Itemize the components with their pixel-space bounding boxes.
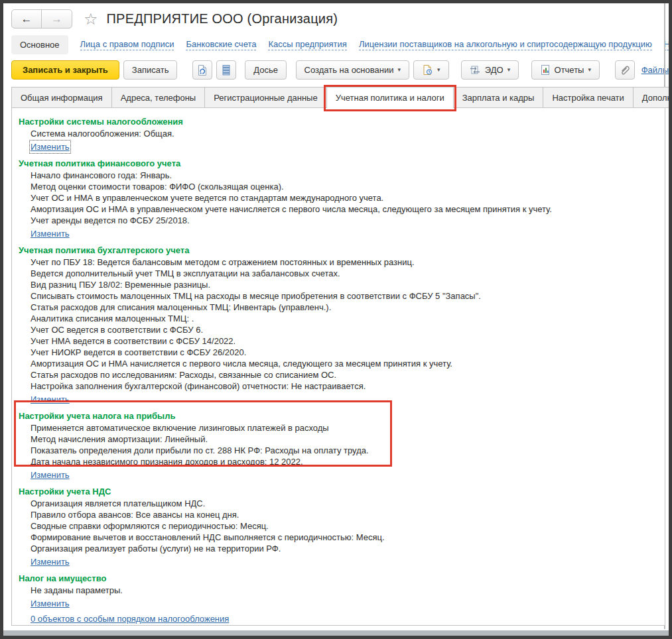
setting-line: Статья расходов для списания малоценных …	[31, 302, 655, 313]
nav-links-row: Основное Лица с правом подписи Банковски…	[11, 34, 669, 55]
section-title: Учетная политика бухгалтерского учета	[19, 245, 655, 257]
section-profit-tax: Настройки учета налога на прибыль Примен…	[19, 410, 655, 483]
setting-line: Настройка заполнения бухгалтерской (фина…	[31, 380, 655, 392]
app-window: ← → ☆ ПРЕДПРИЯТИЕ ООО (Организация) Осно…	[0, 0, 672, 639]
chevron-down-icon: ▾	[588, 67, 591, 73]
favorite-star-icon[interactable]: ☆	[84, 11, 98, 27]
tab-addresses[interactable]: Адреса, телефоны	[112, 87, 206, 108]
setting-line: Дата начала независимого признания доход…	[31, 456, 655, 467]
list-icon	[221, 64, 232, 76]
nav-item-bank-accounts[interactable]: Банковские счета	[186, 39, 256, 50]
setting-line: Аналитика списания малоценных ТМЦ: .	[31, 313, 655, 324]
dossier-button[interactable]: Досье	[245, 60, 287, 80]
setting-line: Учет по ПБУ 18: Ведется балансовым метод…	[31, 257, 655, 268]
setting-line: Списывать стоимость малоценных ТМЦ на ра…	[31, 290, 655, 302]
setting-line: Начало финансового года: Январь.	[31, 170, 655, 181]
attach-file-button[interactable]	[615, 60, 635, 80]
change-link-profit-tax[interactable]: Изменить	[31, 469, 70, 481]
window-bottom-edge	[3, 630, 669, 636]
change-link-bookkeeping-policy[interactable]: Изменить	[31, 394, 70, 405]
setting-line: Ведется дополнительный учет ТМЦ в эксплу…	[31, 268, 655, 279]
section-tax-system: Настройки системы налогообложения Систем…	[19, 116, 655, 155]
setting-line: Статья расходов по исследованиям: Расход…	[31, 369, 655, 380]
special-taxation-objects-link[interactable]: 0 объектов с особым порядком налогооблож…	[31, 613, 229, 624]
forward-icon: →	[51, 13, 62, 26]
reread-icon	[196, 64, 208, 76]
tab-print-settings[interactable]: Настройка печати	[543, 87, 633, 108]
nav-item-signers[interactable]: Лица с правом подписи	[80, 39, 174, 50]
accounting-policy-panel: Настройки системы налогообложения Систем…	[11, 107, 665, 626]
back-button[interactable]: ←	[12, 10, 42, 28]
back-icon: ←	[21, 13, 33, 26]
setting-line: Сводные справки оформляются с периодично…	[31, 520, 655, 532]
window-header: ← → ☆ ПРЕДПРИЯТИЕ ООО (Организация)	[3, 3, 669, 29]
setting-line: Учет НИОКР ведется в соответствии с ФСБУ…	[31, 347, 655, 358]
setting-line: Вид разниц ПБУ 18/02: Временные разницы.	[31, 279, 655, 290]
section-vat: Настройки учета НДС Организация является…	[19, 486, 655, 570]
reread-button[interactable]	[192, 60, 212, 80]
tab-accounting-policy[interactable]: Учетная политика и налоги	[327, 87, 454, 109]
section-title: Учетная политика финансового учета	[19, 158, 655, 170]
setting-line: Метод оценки стоимости товаров: ФИФО (ск…	[31, 181, 655, 192]
setting-line: Применяется автоматическое включение лиз…	[31, 422, 655, 434]
change-link-tax-system[interactable]: Изменить	[31, 141, 70, 152]
forward-button[interactable]: →	[42, 10, 72, 28]
schedule-menu-button[interactable]: ▾	[413, 60, 449, 80]
setting-line: Правило отбора авансов: Все авансы на ко…	[31, 509, 655, 520]
setting-line: Амортизация ОС и НМА начисляется с перво…	[31, 358, 655, 369]
section-financial-accounting-policy: Учетная политика финансового учета Начал…	[19, 158, 655, 242]
nav-item-alcohol-licenses[interactable]: Лицензии поставщиков на алкогольную и сп…	[359, 39, 652, 50]
tab-salary-hr[interactable]: Зарплата и кадры	[454, 87, 544, 108]
reports-menu-button[interactable]: Отчеты ▾	[531, 60, 600, 80]
save-button[interactable]: Записать	[123, 60, 178, 80]
change-link-vat[interactable]: Изменить	[31, 556, 70, 567]
toolbar: Записать и закрыть Записать Досье Создат…	[11, 60, 669, 80]
section-title: Настройки учета налога на прибыль	[19, 410, 655, 422]
paperclip-icon	[619, 64, 630, 76]
nav-item-cash-desks[interactable]: Кассы предприятия	[268, 39, 346, 50]
section-bookkeeping-policy: Учетная политика бухгалтерского учета Уч…	[19, 245, 655, 408]
nav-item-main[interactable]: Основное	[11, 35, 68, 54]
setting-line: Показатель определения доли прибыли по с…	[31, 445, 655, 456]
section-title: Настройки учета НДС	[19, 486, 655, 498]
report-chart-icon	[540, 64, 551, 76]
setting-line: Учет аренды ведется по ФСБУ 25/2018.	[31, 215, 655, 226]
save-and-close-button[interactable]: Записать и закрыть	[11, 60, 119, 80]
setting-line: Амортизация ОС и НМА в управленческом уч…	[31, 203, 655, 215]
setting-line: Организация реализует работы (услуги) не…	[31, 543, 655, 554]
edo-exchange-icon	[470, 65, 481, 76]
chevron-down-icon: ▾	[507, 67, 511, 73]
setting-line: Метод начисления амортизации: Линейный.	[31, 434, 655, 445]
tab-additional[interactable]: Дополнительно	[634, 87, 672, 108]
setting-line: Формирование вычетов и восстановлений НД…	[31, 532, 655, 543]
section-property-tax: Налог на имущество Не заданы параметры. …	[19, 573, 655, 624]
edo-menu-button[interactable]: ЭДО ▾	[461, 60, 519, 80]
show-in-list-button[interactable]	[216, 60, 236, 80]
setting-line: Учет ОС ведется в соответствии с ФСБУ 6.	[31, 324, 655, 335]
setting-line: Учет ОС и НМА в управленческом учете вед…	[31, 192, 655, 203]
document-clock-icon	[422, 64, 433, 76]
setting-line: Учет НМА ведется в соответствии с ФСБУ 1…	[31, 335, 655, 347]
chevron-down-icon: ▾	[397, 67, 401, 73]
change-link-financial-policy[interactable]: Изменить	[31, 228, 70, 239]
tab-general-info[interactable]: Общая информация	[11, 87, 112, 108]
page-title: ПРЕДПРИЯТИЕ ООО (Организация)	[107, 11, 338, 27]
create-based-on-button[interactable]: Создать на основании ▾	[296, 60, 409, 80]
tab-bar: Общая информация Адреса, телефоны Регист…	[11, 87, 669, 108]
setting-line: Система налогообложения: Общая.	[31, 128, 655, 139]
section-title: Настройки системы налогообложения	[19, 116, 655, 128]
setting-line: Организация является плательщиком НДС.	[31, 498, 655, 509]
history-nav-group: ← →	[11, 9, 72, 29]
tab-registration-data[interactable]: Регистрационные данные	[205, 87, 326, 108]
chevron-down-icon: ▾	[437, 67, 440, 73]
change-link-property-tax[interactable]: Изменить	[31, 598, 70, 609]
section-title: Налог на имущество	[19, 573, 655, 585]
setting-line: Не заданы параметры.	[31, 585, 655, 596]
